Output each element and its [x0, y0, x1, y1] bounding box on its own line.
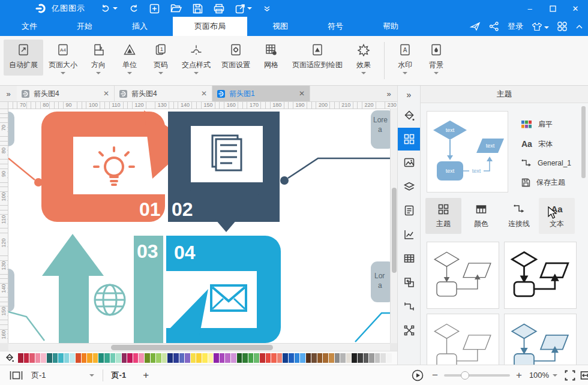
- doc-tab-1[interactable]: 箭头图4 ✕: [17, 86, 115, 101]
- color-swatch[interactable]: [191, 353, 196, 363]
- new-document-button[interactable]: [147, 2, 162, 15]
- vertical-scrollbar-thumb[interactable]: [392, 188, 397, 273]
- color-swatch[interactable]: [41, 353, 46, 363]
- color-swatch[interactable]: [214, 353, 219, 363]
- color-swatch[interactable]: [231, 353, 236, 363]
- color-swatch[interactable]: [116, 353, 121, 363]
- zoom-slider-thumb[interactable]: [461, 371, 469, 380]
- color-swatch[interactable]: [317, 353, 323, 363]
- ribbon-page-setup-button[interactable]: 页面设置: [216, 40, 256, 76]
- panel-tab-theme[interactable]: 主题: [425, 198, 461, 234]
- color-swatch[interactable]: [110, 353, 116, 363]
- color-swatch[interactable]: [185, 353, 190, 363]
- connector-style-tool[interactable]: [398, 294, 421, 318]
- page-selector-caret-icon[interactable]: [89, 374, 94, 377]
- color-swatch[interactable]: [289, 353, 294, 363]
- apps-grid-icon[interactable]: [557, 22, 567, 31]
- color-swatch[interactable]: [145, 353, 150, 363]
- theme-tool-active[interactable]: [398, 128, 421, 151]
- doc-tab-2[interactable]: 箭头图4 ✕: [115, 86, 212, 101]
- color-swatch[interactable]: [133, 353, 139, 363]
- ribbon-orientation-button[interactable]: 方向: [83, 40, 114, 76]
- color-swatch[interactable]: [139, 353, 144, 363]
- theme-thumbnail-1[interactable]: [427, 242, 499, 309]
- ribbon-watermark-button[interactable]: A 水印: [389, 40, 421, 76]
- ribbon-grid-button[interactable]: 网格: [256, 40, 287, 76]
- note-stub-top-left[interactable]: [8, 112, 14, 146]
- color-swatch[interactable]: [173, 353, 179, 363]
- theme-connector-option[interactable]: General_1: [521, 156, 571, 170]
- print-button[interactable]: [211, 2, 227, 15]
- theme-thumbnail-2[interactable]: [504, 242, 577, 309]
- note-stub-bottom-left[interactable]: [8, 269, 14, 312]
- color-swatch[interactable]: [364, 353, 369, 363]
- color-swatch[interactable]: [346, 353, 352, 363]
- color-swatch[interactable]: [35, 353, 41, 363]
- color-swatch[interactable]: [58, 353, 64, 363]
- color-swatch[interactable]: [162, 353, 167, 363]
- color-swatch[interactable]: [266, 353, 271, 363]
- tabs-scroll-right-button[interactable]: »: [380, 86, 397, 101]
- color-swatch[interactable]: [242, 353, 248, 363]
- color-swatch[interactable]: [76, 353, 81, 363]
- page-selector[interactable]: 页-1: [31, 370, 46, 381]
- color-swatch[interactable]: [18, 353, 23, 363]
- color-swatch[interactable]: [127, 353, 133, 363]
- color-swatch[interactable]: [283, 353, 288, 363]
- shape-library-tool[interactable]: [398, 270, 421, 294]
- image-tool[interactable]: [398, 151, 421, 175]
- theme-thumbnail-4[interactable]: [504, 314, 577, 365]
- color-swatch[interactable]: [167, 353, 173, 363]
- layers-tool[interactable]: [398, 175, 421, 198]
- minimize-button[interactable]: –: [521, 1, 539, 16]
- menu-help[interactable]: 帮助: [368, 17, 413, 36]
- color-swatch[interactable]: [156, 353, 161, 363]
- tabs-scroll-left-button[interactable]: »: [0, 86, 17, 101]
- menu-file[interactable]: 文件: [7, 17, 52, 36]
- zoom-slider[interactable]: [444, 374, 510, 377]
- ribbon-effects-button[interactable]: 效果: [348, 40, 379, 76]
- color-swatch[interactable]: [93, 353, 98, 363]
- color-swatch[interactable]: [47, 353, 52, 363]
- color-swatch[interactable]: [196, 353, 202, 363]
- connector-slate[interactable]: [288, 158, 390, 178]
- color-swatch[interactable]: [380, 353, 386, 363]
- horizontal-scrollbar-thumb[interactable]: [111, 345, 273, 350]
- menu-home[interactable]: 开始: [62, 17, 107, 36]
- color-swatch[interactable]: [64, 353, 70, 363]
- ribbon-units-button[interactable]: 单位: [114, 40, 145, 76]
- close-tab-icon[interactable]: ✕: [201, 89, 207, 98]
- panel-collapse-button[interactable]: »: [398, 86, 421, 104]
- theme-font-option[interactable]: Aa 宋体: [521, 137, 553, 151]
- color-swatch[interactable]: [311, 353, 317, 363]
- panel-tab-color[interactable]: 颜色: [463, 198, 499, 234]
- color-swatch[interactable]: [87, 353, 92, 363]
- vertical-scrollbar[interactable]: [390, 109, 397, 343]
- note-box-bottom-right[interactable]: Lor a: [371, 261, 390, 302]
- zoom-caret-icon[interactable]: [553, 374, 557, 377]
- color-swatch[interactable]: [352, 353, 357, 363]
- color-swatch[interactable]: [202, 353, 208, 363]
- color-swatch[interactable]: [335, 353, 340, 363]
- redo-button[interactable]: [126, 2, 141, 14]
- maximize-button[interactable]: [544, 1, 562, 16]
- panel-tab-connector[interactable]: 连接线: [501, 198, 537, 234]
- table-tool[interactable]: [398, 246, 421, 270]
- color-swatch[interactable]: [24, 353, 29, 363]
- presentation-play-button[interactable]: [412, 369, 424, 381]
- ribbon-crossing-style-button[interactable]: 交点样式: [176, 40, 216, 76]
- add-page-button[interactable]: +: [143, 369, 149, 381]
- color-swatch[interactable]: [225, 353, 230, 363]
- collapse-ribbon-button[interactable]: [575, 24, 583, 29]
- undo-caret-icon[interactable]: [113, 7, 118, 10]
- color-swatch[interactable]: [29, 353, 35, 363]
- send-feedback-icon[interactable]: [470, 22, 481, 31]
- ribbon-background-button[interactable]: 背景: [421, 40, 452, 76]
- save-button[interactable]: [190, 2, 205, 15]
- connector-cyan[interactable]: [355, 313, 390, 342]
- zoom-in-button[interactable]: +: [516, 369, 522, 381]
- ribbon-page-size-button[interactable]: A4 页面大小: [43, 40, 83, 76]
- color-swatch[interactable]: [260, 353, 265, 363]
- connector-orange-dot[interactable]: [34, 178, 43, 187]
- fill-bucket-icon[interactable]: [5, 353, 14, 363]
